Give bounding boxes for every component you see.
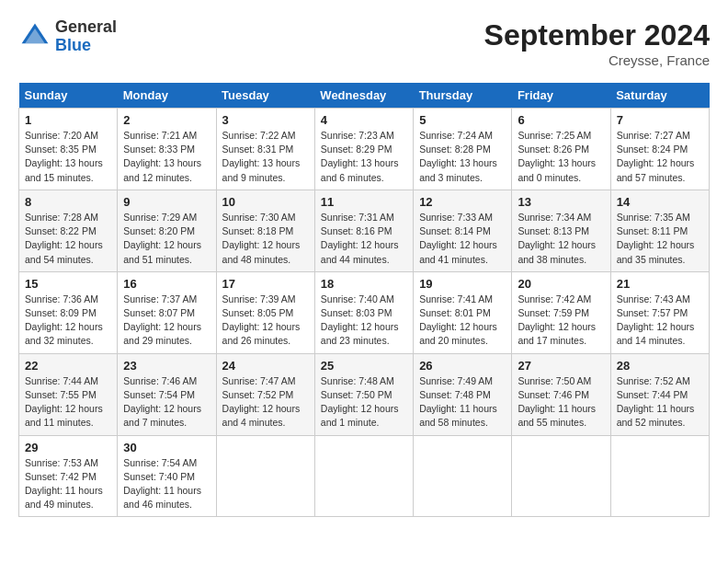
day-info: Sunrise: 7:35 AMSunset: 8:11 PMDaylight:…	[617, 212, 695, 265]
day-info: Sunrise: 7:20 AMSunset: 8:35 PMDaylight:…	[25, 130, 103, 183]
table-row	[414, 435, 512, 517]
col-monday: Monday	[118, 83, 216, 109]
day-number: 6	[518, 113, 604, 127]
col-wednesday: Wednesday	[314, 83, 413, 109]
day-number: 29	[25, 441, 111, 454]
col-saturday: Saturday	[610, 83, 709, 109]
table-row: 6 Sunrise: 7:25 AMSunset: 8:26 PMDayligh…	[512, 109, 610, 190]
table-row: 13 Sunrise: 7:34 AMSunset: 8:13 PMDaylig…	[512, 190, 610, 271]
day-number: 14	[617, 195, 703, 209]
table-row: 15 Sunrise: 7:36 AMSunset: 8:09 PMDaylig…	[19, 271, 118, 353]
table-row: 25 Sunrise: 7:48 AMSunset: 7:50 PMDaylig…	[314, 353, 413, 435]
day-info: Sunrise: 7:34 AMSunset: 8:13 PMDaylight:…	[518, 212, 596, 265]
table-row: 17 Sunrise: 7:39 AMSunset: 8:05 PMDaylig…	[216, 271, 314, 353]
day-number: 22	[25, 359, 111, 373]
day-info: Sunrise: 7:39 AMSunset: 8:05 PMDaylight:…	[222, 293, 301, 347]
day-number: 19	[419, 277, 506, 291]
day-info: Sunrise: 7:30 AMSunset: 8:18 PMDaylight:…	[222, 212, 301, 265]
day-info: Sunrise: 7:22 AMSunset: 8:31 PMDaylight:…	[222, 130, 301, 183]
table-row: 11 Sunrise: 7:31 AMSunset: 8:16 PMDaylig…	[314, 190, 413, 271]
table-row: 14 Sunrise: 7:35 AMSunset: 8:11 PMDaylig…	[610, 190, 709, 271]
day-info: Sunrise: 7:50 AMSunset: 7:46 PMDaylight:…	[518, 375, 596, 429]
table-row: 5 Sunrise: 7:24 AMSunset: 8:28 PMDayligh…	[414, 109, 512, 190]
day-info: Sunrise: 7:28 AMSunset: 8:22 PMDaylight:…	[25, 212, 103, 265]
table-row	[216, 435, 314, 517]
table-row: 24 Sunrise: 7:47 AMSunset: 7:52 PMDaylig…	[216, 353, 314, 435]
day-info: Sunrise: 7:24 AMSunset: 8:28 PMDaylight:…	[419, 130, 497, 183]
day-number: 15	[25, 277, 111, 291]
table-row: 10 Sunrise: 7:30 AMSunset: 8:18 PMDaylig…	[216, 190, 314, 271]
day-info: Sunrise: 7:53 AMSunset: 7:42 PMDaylight:…	[25, 457, 103, 511]
month-year-title: September 2024	[484, 18, 710, 52]
calendar-row: 1 Sunrise: 7:20 AMSunset: 8:35 PMDayligh…	[19, 109, 710, 190]
day-info: Sunrise: 7:37 AMSunset: 8:07 PMDaylight:…	[123, 293, 201, 347]
calendar-row: 22 Sunrise: 7:44 AMSunset: 7:55 PMDaylig…	[19, 353, 710, 435]
logo-text: General Blue	[55, 18, 117, 55]
day-info: Sunrise: 7:52 AMSunset: 7:44 PMDaylight:…	[617, 375, 695, 429]
calendar-row: 15 Sunrise: 7:36 AMSunset: 8:09 PMDaylig…	[19, 271, 710, 353]
day-number: 26	[419, 359, 506, 373]
day-info: Sunrise: 7:36 AMSunset: 8:09 PMDaylight:…	[25, 293, 103, 347]
table-row	[314, 435, 413, 517]
day-number: 18	[321, 277, 407, 291]
table-row: 29 Sunrise: 7:53 AMSunset: 7:42 PMDaylig…	[19, 435, 118, 517]
col-thursday: Thursday	[414, 83, 512, 109]
day-number: 24	[222, 359, 309, 373]
day-number: 9	[123, 195, 210, 209]
day-number: 16	[123, 277, 210, 291]
day-info: Sunrise: 7:48 AMSunset: 7:50 PMDaylight:…	[321, 375, 399, 429]
day-info: Sunrise: 7:25 AMSunset: 8:26 PMDaylight:…	[518, 130, 596, 183]
logo: General Blue	[18, 18, 117, 55]
table-row: 9 Sunrise: 7:29 AMSunset: 8:20 PMDayligh…	[118, 190, 216, 271]
table-row: 18 Sunrise: 7:40 AMSunset: 8:03 PMDaylig…	[314, 271, 413, 353]
day-info: Sunrise: 7:54 AMSunset: 7:40 PMDaylight:…	[123, 457, 201, 511]
table-row: 7 Sunrise: 7:27 AMSunset: 8:24 PMDayligh…	[610, 109, 709, 190]
day-info: Sunrise: 7:46 AMSunset: 7:54 PMDaylight:…	[123, 375, 201, 429]
day-info: Sunrise: 7:31 AMSunset: 8:16 PMDaylight:…	[321, 212, 399, 265]
page-header: General Blue September 2024 Creysse, Fra…	[18, 18, 710, 68]
day-info: Sunrise: 7:47 AMSunset: 7:52 PMDaylight:…	[222, 375, 301, 429]
logo-icon	[18, 20, 51, 53]
day-info: Sunrise: 7:40 AMSunset: 8:03 PMDaylight:…	[321, 293, 399, 347]
day-number: 17	[222, 277, 309, 291]
table-row: 4 Sunrise: 7:23 AMSunset: 8:29 PMDayligh…	[314, 109, 413, 190]
location-subtitle: Creysse, France	[484, 52, 710, 68]
table-row: 23 Sunrise: 7:46 AMSunset: 7:54 PMDaylig…	[118, 353, 216, 435]
table-row: 22 Sunrise: 7:44 AMSunset: 7:55 PMDaylig…	[19, 353, 118, 435]
calendar-row: 8 Sunrise: 7:28 AMSunset: 8:22 PMDayligh…	[19, 190, 710, 271]
day-info: Sunrise: 7:49 AMSunset: 7:48 PMDaylight:…	[419, 375, 497, 429]
day-number: 28	[617, 359, 703, 373]
col-tuesday: Tuesday	[216, 83, 314, 109]
day-number: 8	[25, 195, 111, 209]
day-number: 10	[222, 195, 309, 209]
table-row: 30 Sunrise: 7:54 AMSunset: 7:40 PMDaylig…	[118, 435, 216, 517]
table-row: 19 Sunrise: 7:41 AMSunset: 8:01 PMDaylig…	[414, 271, 512, 353]
table-row: 28 Sunrise: 7:52 AMSunset: 7:44 PMDaylig…	[610, 353, 709, 435]
table-row: 2 Sunrise: 7:21 AMSunset: 8:33 PMDayligh…	[118, 109, 216, 190]
day-number: 5	[419, 113, 506, 127]
table-row: 21 Sunrise: 7:43 AMSunset: 7:57 PMDaylig…	[610, 271, 709, 353]
day-info: Sunrise: 7:42 AMSunset: 7:59 PMDaylight:…	[518, 293, 596, 347]
day-info: Sunrise: 7:33 AMSunset: 8:14 PMDaylight:…	[419, 212, 497, 265]
day-number: 27	[518, 359, 604, 373]
table-row	[512, 435, 610, 517]
day-number: 25	[321, 359, 407, 373]
day-number: 13	[518, 195, 604, 209]
table-row: 1 Sunrise: 7:20 AMSunset: 8:35 PMDayligh…	[19, 109, 118, 190]
title-block: September 2024 Creysse, France	[484, 18, 710, 68]
day-number: 21	[617, 277, 703, 291]
day-info: Sunrise: 7:27 AMSunset: 8:24 PMDaylight:…	[617, 130, 695, 183]
day-number: 20	[518, 277, 604, 291]
day-number: 11	[321, 195, 407, 209]
day-number: 7	[617, 113, 703, 127]
day-info: Sunrise: 7:41 AMSunset: 8:01 PMDaylight:…	[419, 293, 497, 347]
table-row: 20 Sunrise: 7:42 AMSunset: 7:59 PMDaylig…	[512, 271, 610, 353]
table-row	[610, 435, 709, 517]
day-info: Sunrise: 7:29 AMSunset: 8:20 PMDaylight:…	[123, 212, 201, 265]
day-number: 30	[123, 441, 210, 454]
table-row: 8 Sunrise: 7:28 AMSunset: 8:22 PMDayligh…	[19, 190, 118, 271]
day-number: 12	[419, 195, 506, 209]
table-row: 16 Sunrise: 7:37 AMSunset: 8:07 PMDaylig…	[118, 271, 216, 353]
day-number: 2	[123, 113, 210, 127]
day-info: Sunrise: 7:43 AMSunset: 7:57 PMDaylight:…	[617, 293, 695, 347]
